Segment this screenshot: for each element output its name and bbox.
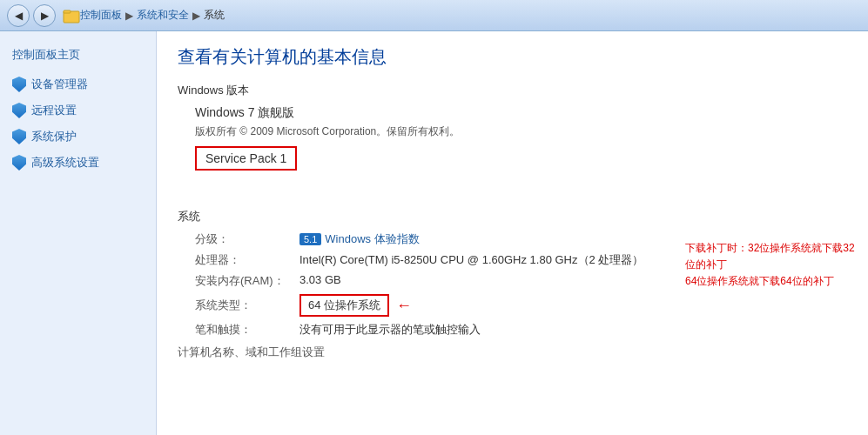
- shield-icon-3: [12, 129, 26, 144]
- breadcrumb-sep1: ▶: [125, 10, 133, 22]
- processor-value: Intel(R) Core(TM) i5-8250U CPU @ 1.60GHz…: [299, 252, 643, 268]
- rating-value: 5.1 Windows 体验指数: [299, 231, 420, 247]
- info-row-processor: 处理器： Intel(R) Core(TM) i5-8250U CPU @ 1.…: [178, 252, 656, 268]
- sidebar-item-advanced-settings[interactable]: 高级系统设置: [0, 150, 156, 176]
- sidebar-item-system-protection[interactable]: 系统保护: [0, 124, 156, 150]
- annotation-area: 下载补丁时：32位操作系统就下载32位的补丁64位操作系统就下载64位的补丁: [676, 31, 868, 435]
- sidebar-label-remote-settings: 远程设置: [31, 103, 77, 118]
- sidebar-label-device-manager: 设备管理器: [31, 77, 88, 92]
- windows-version-label: Windows 版本: [178, 83, 656, 98]
- titlebar: ◀ ▶ 控制面板 ▶ 系统和安全 ▶ 系统: [0, 0, 868, 31]
- main-layout: 控制面板主页 设备管理器 远程设置 系统保护 高级系统设置 查看有关计算机的基本…: [0, 31, 868, 435]
- page-title: 查看有关计算机的基本信息: [178, 45, 656, 69]
- score-badge: 5.1: [299, 233, 321, 245]
- arrow-left-icon: ←: [396, 297, 412, 315]
- svg-rect-1: [64, 10, 71, 13]
- bottom-label: 计算机名称、域和工作组设置: [178, 345, 656, 360]
- pen-value: 没有可用于此显示器的笔或触控输入: [299, 322, 481, 338]
- sidebar: 控制面板主页 设备管理器 远程设置 系统保护 高级系统设置: [0, 31, 157, 435]
- sidebar-item-remote-settings[interactable]: 远程设置: [0, 97, 156, 124]
- sidebar-label-system-protection: 系统保护: [31, 129, 77, 144]
- system-section-label: 系统: [178, 209, 656, 224]
- breadcrumb-part1[interactable]: 控制面板: [80, 8, 122, 23]
- info-row-pen: 笔和触摸： 没有可用于此显示器的笔或触控输入: [178, 322, 656, 338]
- windows-version-section: Windows 7 旗舰版 版权所有 © 2009 Microsoft Corp…: [178, 105, 656, 176]
- annotation-text: 下载补丁时：32位操作系统就下载32位的补丁64位操作系统就下载64位的补丁: [685, 240, 859, 291]
- info-row-rating: 分级： 5.1 Windows 体验指数: [178, 231, 656, 247]
- content-area: 查看有关计算机的基本信息 Windows 版本 Windows 7 旗舰版 版权…: [157, 31, 676, 435]
- info-row-system-type: 系统类型： 64 位操作系统 ←: [178, 294, 656, 317]
- pen-label: 笔和触摸：: [195, 322, 299, 338]
- processor-label: 处理器：: [195, 252, 299, 268]
- system-type-value-wrapper: 64 位操作系统 ←: [299, 294, 412, 317]
- system-type-label: 系统类型：: [195, 298, 299, 313]
- breadcrumb-sep2: ▶: [192, 10, 200, 22]
- shield-icon-1: [12, 77, 26, 92]
- windows-edition: Windows 7 旗舰版: [195, 105, 656, 121]
- shield-icon-2: [12, 103, 26, 118]
- forward-button[interactable]: ▶: [33, 4, 56, 27]
- sidebar-item-device-manager[interactable]: 设备管理器: [0, 71, 156, 97]
- shield-icon-4: [12, 155, 26, 171]
- service-pack-box: Service Pack 1: [195, 146, 297, 171]
- folder-icon: [63, 7, 80, 24]
- breadcrumb: 控制面板 ▶ 系统和安全 ▶ 系统: [63, 7, 225, 24]
- breadcrumb-part3: 系统: [204, 8, 225, 23]
- ram-label: 安装内存(RAM)：: [195, 273, 299, 289]
- sidebar-home-link[interactable]: 控制面板主页: [0, 42, 156, 71]
- sidebar-label-advanced-settings: 高级系统设置: [31, 155, 99, 171]
- breadcrumb-part2[interactable]: 系统和安全: [137, 8, 189, 23]
- rating-label: 分级：: [195, 231, 299, 247]
- score-link[interactable]: Windows 体验指数: [325, 231, 419, 247]
- system-type-box: 64 位操作系统: [299, 294, 389, 317]
- ram-value: 3.03 GB: [299, 273, 341, 286]
- info-row-ram: 安装内存(RAM)： 3.03 GB: [178, 273, 656, 289]
- copyright-text: 版权所有 © 2009 Microsoft Corporation。保留所有权利…: [195, 124, 656, 139]
- nav-buttons: ◀ ▶: [7, 4, 56, 27]
- back-button[interactable]: ◀: [7, 4, 30, 27]
